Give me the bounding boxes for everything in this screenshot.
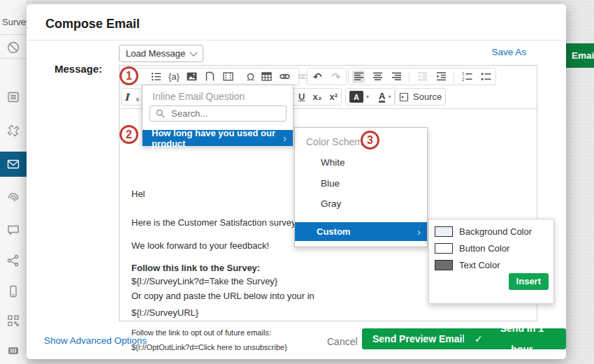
toolbar-divider <box>454 71 454 82</box>
toolbar-group-paragraph: 12 <box>348 68 496 85</box>
button-color-swatch <box>435 243 453 254</box>
toolbar-divider <box>409 71 410 82</box>
compose-email-button[interactable]: Email <box>563 43 594 68</box>
pause-distributions-icon <box>6 41 20 54</box>
inline-email-question-menu: Inline Email Question How long have you … <box>142 85 294 145</box>
outdent-icon[interactable] <box>416 71 428 83</box>
sidebar-item-offline-app[interactable]: Of <box>0 279 27 304</box>
sidebar-item-qr-code[interactable]: QR <box>0 308 27 333</box>
sidebar-item-emails[interactable]: Em <box>0 152 27 177</box>
save-as-link[interactable]: Save As <box>491 47 526 57</box>
subscript-icon[interactable]: x₂ <box>312 92 321 102</box>
align-left-icon[interactable] <box>352 71 365 83</box>
remove-format-sub: x <box>136 96 140 103</box>
align-center-icon[interactable] <box>371 71 384 83</box>
sidebar-item-anonymous-link[interactable]: An <box>0 118 27 143</box>
body-line: Follow this link to the Survey: <box>131 263 260 273</box>
menu-item-question[interactable]: How long have you used our product › <box>143 130 293 146</box>
insert-file-icon[interactable] <box>204 71 216 83</box>
merge-code-icon[interactable]: {a} <box>168 71 180 83</box>
step-1-badge: 1 <box>119 66 138 85</box>
body-line: ${l://OptOutLink?d=Click here to unsubsc… <box>131 343 287 351</box>
email-icon <box>6 157 20 171</box>
align-right-icon[interactable] <box>390 71 403 83</box>
cancel-button[interactable]: Cancel <box>323 335 362 348</box>
text-color-icon[interactable]: A <box>379 92 385 103</box>
menu-title: Color Scheme <box>306 136 368 147</box>
compose-email-modal: Compose Email Save As Load Message Messa… <box>27 4 566 359</box>
undo-icon[interactable]: ↶ <box>311 71 324 83</box>
summary-icon <box>6 90 20 104</box>
load-message-dropdown[interactable]: Load Message <box>119 45 203 62</box>
sidebar-item-distribution-summary[interactable]: Di <box>0 85 27 110</box>
check-icon: ✓ <box>475 328 483 349</box>
remove-format-button[interactable]: Ix <box>121 88 143 105</box>
source-code-icon <box>399 92 409 102</box>
sidebar-item-sms[interactable]: SM <box>0 217 27 242</box>
menu-item-white[interactable]: White <box>321 157 345 168</box>
custom-label: Custom <box>317 226 350 237</box>
custom-colors-menu: Background Color Button Color Text Color… <box>428 219 554 304</box>
nav-tab-survey[interactable]: Survey <box>2 17 27 27</box>
search-icon <box>156 109 165 118</box>
link-icon[interactable] <box>279 71 291 83</box>
menu-item-blue[interactable]: Blue <box>321 178 340 189</box>
link-chain-icon <box>6 124 20 138</box>
insert-image-icon[interactable] <box>186 71 198 83</box>
menu-item-text-color[interactable]: Text Color <box>435 260 500 270</box>
caret-down-icon[interactable]: ▾ <box>388 94 391 100</box>
menu-title: Inline Email Question <box>152 91 245 102</box>
speech-bubble-icon <box>6 223 20 237</box>
chevron-down-icon <box>190 48 198 56</box>
chevron-right-icon: › <box>283 132 287 144</box>
special-character-icon[interactable]: Ω <box>247 71 254 83</box>
sidebar-item-pause-distributions[interactable]: Pau <box>0 35 27 60</box>
menu-item-custom[interactable]: Custom › <box>295 222 427 241</box>
inline-question-list-icon[interactable] <box>150 71 162 83</box>
insert-button[interactable]: Insert <box>509 273 549 290</box>
search-input[interactable] <box>170 108 270 119</box>
qr-code-icon <box>6 314 20 328</box>
body-line: ${l://SurveyURL} <box>131 307 198 318</box>
menu-item-gray[interactable]: Gray <box>321 198 341 209</box>
option-label: Background Color <box>459 226 532 237</box>
background-color-icon[interactable]: A <box>349 91 363 103</box>
svg-text:2: 2 <box>462 77 465 82</box>
insert-media-icon[interactable] <box>222 71 234 83</box>
redo-icon[interactable]: ↷ <box>330 71 342 83</box>
bulleted-list-icon[interactable] <box>479 71 492 83</box>
question-label: How long have you used our product <box>152 128 283 149</box>
sidebar-item-social-media[interactable]: So <box>0 248 27 273</box>
send-hour-label: Send in 1 hour <box>488 318 556 360</box>
toolbar-group-colors: A ▾ A ▾ <box>345 88 395 105</box>
svg-text:1: 1 <box>462 71 465 76</box>
sidebar-item-personal-links[interactable]: Pe <box>0 185 27 210</box>
load-message-label: Load Message <box>126 48 185 59</box>
step-3-badge: 3 <box>361 131 379 150</box>
modal-title: Compose Email <box>45 17 140 31</box>
menu-item-background-color[interactable]: Background Color <box>435 226 532 237</box>
insert-table-icon[interactable] <box>261 71 273 83</box>
source-button[interactable]: Source <box>395 88 446 105</box>
toolbar-group-insert: {a} Ω <box>122 68 300 85</box>
send-in-1-hour-button[interactable]: ✓ Send in 1 hour <box>464 328 566 349</box>
sidebar-item-purchase-responses[interactable]: Pu <box>0 338 27 363</box>
numbered-list-icon[interactable]: 12 <box>461 71 473 83</box>
indent-icon[interactable] <box>435 71 447 83</box>
option-label: Text Color <box>459 260 500 270</box>
body-line-greeting: Hel <box>131 189 145 199</box>
send-preview-email-button[interactable]: Send Preview Email <box>362 328 475 349</box>
caret-down-icon[interactable]: ▾ <box>366 94 369 100</box>
body-line: Follow the link to opt out of future ema… <box>131 328 271 337</box>
show-advanced-options-link[interactable]: Show Advanced Options <box>44 335 147 346</box>
source-label: Source <box>413 92 442 102</box>
superscript-icon[interactable]: x² <box>329 92 338 102</box>
share-nodes-icon <box>6 254 20 268</box>
background-color-swatch <box>435 226 453 237</box>
question-search-box[interactable] <box>150 105 287 122</box>
underline-icon[interactable]: U <box>298 92 305 102</box>
menu-item-button-color[interactable]: Button Color <box>435 243 509 254</box>
people-icon <box>6 344 20 358</box>
message-field-label: Message: <box>55 63 102 75</box>
fingerprint-icon <box>6 191 20 205</box>
